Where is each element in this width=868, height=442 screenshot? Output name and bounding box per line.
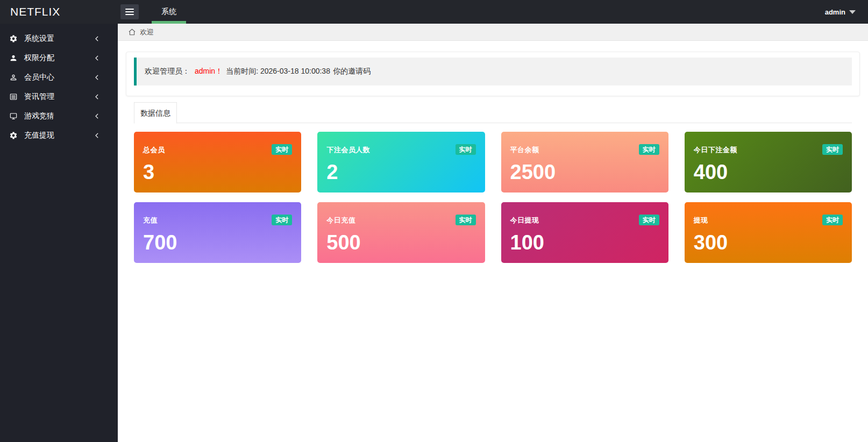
stat-card-value: 2 — [326, 162, 475, 182]
stat-card-value: 700 — [143, 232, 292, 253]
username-label: admin — [825, 8, 845, 16]
stat-card-withdraw: 提现 实时 300 — [685, 202, 852, 263]
home-icon[interactable] — [128, 28, 136, 36]
stat-card-value: 300 — [694, 232, 843, 253]
sidebar-item-label: 权限分配 — [24, 53, 94, 63]
breadcrumb-label[interactable]: 欢迎 — [140, 27, 154, 37]
breadcrumb: 欢迎 — [118, 24, 868, 41]
sidebar: NETFLIX 系统设置 权限分配 会员中心 — [0, 0, 118, 442]
stat-card-value: 400 — [694, 162, 843, 182]
sidebar-item-news-management[interactable]: 资讯管理 — [0, 87, 118, 106]
sidebar-item-label: 充值提现 — [24, 131, 94, 140]
welcome-time: 当前时间: 2026-03-18 10:00:38 — [226, 67, 330, 75]
realtime-badge: 实时 — [272, 215, 292, 225]
realtime-badge: 实时 — [822, 144, 843, 155]
chevron-left-icon — [94, 74, 99, 81]
sidebar-item-system-settings[interactable]: 系统设置 — [0, 29, 118, 48]
monitor-icon — [9, 112, 18, 120]
stat-card-label: 今日提现 — [510, 216, 659, 225]
menu-toggle-button[interactable] — [120, 4, 139, 19]
realtime-badge: 实时 — [639, 144, 659, 155]
chevron-left-icon — [94, 93, 99, 101]
chevron-left-icon — [94, 132, 99, 139]
stat-card-label: 下注会员人数 — [326, 145, 475, 155]
user-menu[interactable]: admin — [825, 0, 856, 24]
realtime-badge: 实时 — [822, 215, 843, 225]
gear-icon — [9, 131, 18, 140]
stats-cards: 总会员 实时 3 下注会员人数 实时 2 平台余额 实时 2500 今日下注金额… — [134, 132, 852, 263]
welcome-panel: 欢迎管理员：admin！当前时间: 2026-03-18 10:00:38你的邀… — [126, 52, 860, 96]
stat-card-label: 提现 — [694, 216, 843, 225]
sidebar-item-recharge-withdraw[interactable]: 充值提现 — [0, 126, 118, 145]
realtime-badge: 实时 — [456, 215, 476, 225]
gear-icon — [9, 34, 18, 43]
chevron-left-icon — [94, 54, 99, 62]
stat-card-value: 2500 — [510, 162, 659, 182]
welcome-suffix: 你的邀请码 — [333, 67, 371, 75]
tab-system-label: 系统 — [161, 7, 176, 16]
stat-card-betting-members: 下注会员人数 实时 2 — [317, 132, 485, 193]
stat-card-today-recharge: 今日充值 实时 500 — [317, 202, 485, 263]
topbar: 系统 admin — [118, 0, 868, 24]
app-logo: NETFLIX — [0, 0, 118, 24]
chevron-left-icon — [94, 112, 99, 120]
welcome-admin-name: admin！ — [195, 67, 223, 75]
news-icon — [9, 92, 18, 101]
content: 欢迎管理员：admin！当前时间: 2026-03-18 10:00:38你的邀… — [118, 41, 868, 442]
stat-card-label: 今日下注金额 — [694, 145, 843, 155]
stat-card-label: 充值 — [143, 216, 292, 225]
stat-card-label: 平台余额 — [510, 145, 659, 155]
sidebar-item-permissions[interactable]: 权限分配 — [0, 48, 118, 68]
tab-data-info[interactable]: 数据信息 — [134, 102, 177, 124]
stat-card-today-withdraw: 今日提现 实时 100 — [501, 202, 668, 263]
stat-card-label: 今日充值 — [326, 216, 475, 225]
sidebar-menu: 系统设置 权限分配 会员中心 — [0, 24, 118, 145]
user-outline-icon — [9, 73, 18, 82]
stat-card-label: 总会员 — [143, 145, 292, 155]
sidebar-item-game-guess[interactable]: 游戏竞猜 — [0, 106, 118, 126]
tab-system[interactable]: 系统 — [152, 0, 186, 24]
realtime-badge: 实时 — [456, 144, 476, 155]
stat-card-total-members: 总会员 实时 3 — [134, 132, 301, 193]
sidebar-item-label: 游戏竞猜 — [24, 111, 94, 121]
welcome-blockquote: 欢迎管理员：admin！当前时间: 2026-03-18 10:00:38你的邀… — [134, 58, 852, 85]
sidebar-item-label: 资讯管理 — [24, 92, 94, 102]
realtime-badge: 实时 — [272, 144, 292, 155]
stat-card-value: 100 — [510, 232, 659, 253]
sidebar-item-member-center[interactable]: 会员中心 — [0, 68, 118, 87]
sidebar-item-label: 系统设置 — [24, 34, 94, 44]
welcome-greeting: 欢迎管理员： — [145, 67, 190, 75]
main-area: 系统 admin 欢迎 欢迎管理员：admin！当前时间: 2026-03-18… — [118, 0, 868, 442]
stat-card-recharge: 充值 实时 700 — [134, 202, 301, 263]
stat-card-value: 3 — [143, 162, 292, 182]
realtime-badge: 实时 — [639, 215, 659, 225]
stat-card-value: 500 — [326, 232, 475, 253]
sidebar-item-label: 会员中心 — [24, 73, 94, 82]
data-tabbar: 数据信息 — [134, 102, 852, 123]
stat-card-today-bets: 今日下注金额 实时 400 — [685, 132, 852, 193]
user-fill-icon — [9, 54, 18, 62]
data-section: 数据信息 总会员 实时 3 下注会员人数 实时 2 平台余额 实时 2500 — [134, 102, 852, 263]
chevron-left-icon — [94, 35, 99, 42]
stat-card-platform-balance: 平台余额 实时 2500 — [501, 132, 668, 193]
caret-down-icon — [849, 10, 856, 14]
